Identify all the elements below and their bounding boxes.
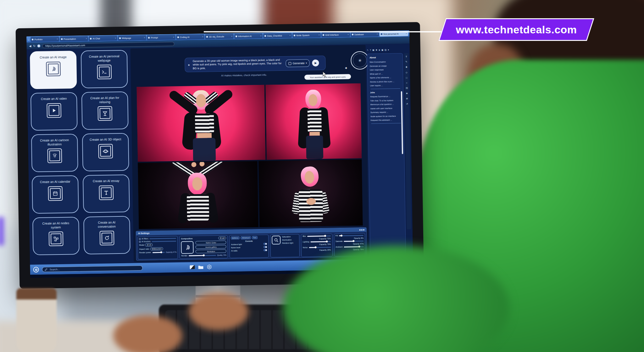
- run-button[interactable]: ▶: [312, 59, 319, 66]
- home-icon[interactable]: ⌂: [28, 38, 30, 41]
- tool-icon[interactable]: ◇: [406, 71, 408, 74]
- tool-icon[interactable]: ✚: [406, 66, 408, 69]
- toolbar-icon[interactable]: T: [370, 49, 371, 51]
- tab-close-icon[interactable]: ×: [144, 37, 145, 39]
- generated-image-4[interactable]: [258, 159, 363, 227]
- chip[interactable]: Balance: [231, 236, 240, 239]
- sidebar-card-ai-video[interactable]: Create an AI video: [31, 92, 78, 131]
- toolbar-icon[interactable]: ●: [388, 49, 389, 51]
- tool-icon[interactable]: □: [406, 77, 407, 79]
- hexagon-icon[interactable]: [207, 264, 212, 269]
- history-item[interactable]: Node system for an interface: [370, 115, 401, 117]
- history-item[interactable]: New Conversation: [369, 60, 400, 63]
- toggle[interactable]: [263, 249, 267, 251]
- slider[interactable]: [152, 252, 164, 253]
- aspect-select[interactable]: Widescreen: [150, 247, 163, 251]
- browser-tab[interactable]: Grid Interface×: [321, 32, 350, 37]
- tool-icon[interactable]: ◈: [406, 92, 408, 95]
- chip[interactable]: Advanced: [241, 236, 251, 239]
- slider[interactable]: [344, 246, 364, 247]
- history-item[interactable]: Memorize a list question ...: [370, 103, 401, 106]
- tool-icon[interactable]: ○: [406, 82, 407, 84]
- history-item[interactable]: Review a photo like a pro ...: [370, 80, 401, 83]
- browser-tab[interactable]: Webpage×: [118, 35, 147, 41]
- tool-icon[interactable]: ✎: [405, 61, 407, 63]
- sidebar-card-ai-relax-plan[interactable]: Create an AI plan for relaxing: [81, 92, 129, 130]
- tab-close-icon[interactable]: ×: [347, 34, 349, 36]
- refresh-icon[interactable]: ↻: [33, 44, 36, 47]
- search-input[interactable]: [49, 266, 140, 271]
- model-select[interactable]: AI v4: [145, 243, 153, 246]
- search-bar[interactable]: [42, 265, 143, 272]
- generated-image-2[interactable]: [265, 83, 362, 160]
- toggle[interactable]: [263, 246, 267, 248]
- generated-image-1[interactable]: [137, 85, 266, 162]
- browser-tab[interactable]: AI Chat×: [89, 36, 117, 41]
- history-item[interactable]: Name a few elements ...: [370, 76, 401, 79]
- toolbar-icon[interactable]: ▦: [372, 49, 374, 51]
- tab-close-icon[interactable]: ×: [377, 33, 378, 35]
- toggle[interactable]: [263, 243, 267, 245]
- scrollbar-thumb[interactable]: [401, 91, 403, 154]
- history-item[interactable]: Title chat: To a low system: [370, 99, 401, 102]
- tool-icon[interactable]: ↺: [406, 103, 408, 105]
- history-item[interactable]: Request this assistant ...: [370, 119, 401, 121]
- sidebar-card-ai-calendar[interactable]: Create an AI calendar: [32, 175, 79, 214]
- browser-tab[interactable]: Coding AI×: [176, 34, 205, 40]
- tab-close-icon[interactable]: ×: [406, 33, 407, 35]
- history-item[interactable]: User inquire ...: [370, 84, 401, 87]
- tab-close-icon[interactable]: ×: [115, 37, 116, 39]
- browser-tab[interactable]: Data_Checklist×: [263, 33, 292, 38]
- composition-button[interactable]: Illustration: [196, 249, 226, 254]
- prompt-bar[interactable]: ✦ Generate a 30-year-old woman image wea…: [185, 56, 326, 72]
- slider[interactable]: [311, 241, 331, 242]
- app-logo-icon[interactable]: [33, 267, 39, 272]
- browser-tab[interactable]: Presentation×: [60, 36, 88, 42]
- slider[interactable]: [309, 247, 331, 248]
- chip[interactable]: Tool: [252, 236, 258, 239]
- sidebar-card-ai-essay[interactable]: Create an AI essay: [83, 175, 130, 213]
- browser-tab[interactable]: Information AI×: [234, 33, 263, 39]
- slider[interactable]: [189, 255, 216, 256]
- checkbox[interactable]: [139, 241, 141, 242]
- composition-preset-select[interactable]: AI set: [218, 237, 226, 240]
- generate-button[interactable]: Generate ▾: [286, 59, 310, 67]
- toolbar-icon[interactable]: ▤: [385, 48, 386, 51]
- tab-close-icon[interactable]: ×: [231, 35, 232, 37]
- checkbox[interactable]: [139, 238, 141, 239]
- history-item[interactable]: Assist with user interface: [370, 107, 401, 109]
- history-item[interactable]: Summary request ...: [370, 111, 401, 114]
- sidebar-card-ai-3d-object[interactable]: Create an AI 3D object: [82, 133, 129, 171]
- input-line[interactable]: [149, 238, 176, 239]
- toolbar-icon[interactable]: ↖: [367, 49, 369, 51]
- tab-close-icon[interactable]: ×: [86, 38, 87, 40]
- sidebar-card-ai-conversation[interactable]: Create an AI conversation: [83, 216, 130, 254]
- toolbar-icon[interactable]: ✚: [375, 49, 377, 51]
- tab-close-icon[interactable]: ×: [289, 34, 291, 36]
- composition-button[interactable]: Select / Color: [196, 241, 226, 245]
- tool-icon[interactable]: T: [406, 56, 407, 58]
- tool-icon[interactable]: ⊕: [406, 98, 408, 100]
- slider[interactable]: [307, 235, 331, 237]
- generated-image-3[interactable]: [138, 161, 258, 229]
- composition-button[interactable]: Access gallery: [196, 245, 226, 249]
- toolbar-icon[interactable]: ▣: [381, 48, 383, 51]
- browser-tab[interactable]: Node System×: [292, 32, 321, 38]
- browser-tab[interactable]: Portfolio×: [31, 36, 59, 42]
- slider[interactable]: [344, 240, 364, 242]
- sidebar-card-ai-webpage[interactable]: Create an AI personal webpage: [81, 50, 128, 88]
- profile-avatar[interactable]: [37, 44, 41, 47]
- history-item[interactable]: Request Summarize ...: [370, 95, 401, 98]
- history-item[interactable]: What part of ...: [370, 72, 401, 75]
- history-item[interactable]: User responses: [370, 68, 401, 71]
- slider[interactable]: [339, 235, 364, 236]
- panel-buttons[interactable]: [359, 229, 364, 230]
- browser-tab[interactable]: 3D obj_Extrude×: [205, 34, 234, 39]
- sidebar-card-ai-cartoon[interactable]: Create an AI cartoon illustration: [31, 134, 78, 172]
- url-bar[interactable]: https://yourpersonalAIassistant.com: [42, 42, 175, 48]
- toolbar-icon[interactable]: ◈: [379, 48, 380, 51]
- sidebar-card-ai-nodes[interactable]: Create an AI nodes system: [32, 217, 80, 255]
- browser-tab[interactable]: Prompt×: [147, 35, 175, 40]
- folder-icon[interactable]: [198, 265, 203, 269]
- input-line[interactable]: [152, 241, 176, 242]
